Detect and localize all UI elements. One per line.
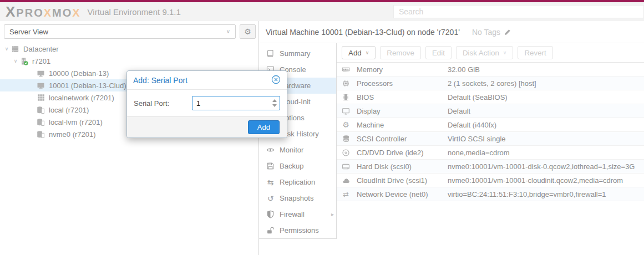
menu-item-backup[interactable]: Backup xyxy=(259,158,336,174)
menu-item-monitor[interactable]: Monitor xyxy=(259,142,336,158)
hardware-view: Add∨RemoveEditDisk Action∨Revert Memory3… xyxy=(337,43,644,255)
tree-item-label: localnetwork (r7201) xyxy=(49,94,114,102)
number-spinner[interactable] xyxy=(270,96,280,110)
hardware-row-value: Default (SeaBIOS) xyxy=(448,93,508,101)
tree-expander-icon[interactable]: ∨ xyxy=(12,58,19,64)
search-container xyxy=(393,5,644,18)
vm-panel: Virtual Machine 10001 (Debian-13-Clud) o… xyxy=(259,21,644,255)
hardware-row-scsi-controller[interactable]: SCSI ControllerVirtIO SCSI single xyxy=(337,132,644,146)
menu-item-permissions[interactable]: Permissions xyxy=(259,222,336,238)
disk-action-button: Disk Action∨ xyxy=(456,46,514,59)
resource-tree-panel: Server View ∨ ⚙ ∨Datacenter∨r720110000 (… xyxy=(0,21,259,255)
hardware-row-bios[interactable]: BIOSDefault (SeaBIOS) xyxy=(337,90,644,104)
storage-icon xyxy=(36,130,45,139)
tree-item-label: 10001 (Debian-13-Clud) xyxy=(49,81,126,90)
tree-settings-button[interactable]: ⚙ xyxy=(240,24,256,39)
serial-port-field xyxy=(192,96,280,110)
app-header: X PROXMOX Virtual Environment 9.1.1 xyxy=(0,2,644,21)
proxmox-logo: X PROXMOX xyxy=(6,3,81,21)
add-button[interactable]: Add∨ xyxy=(342,46,376,59)
hardware-row-memory[interactable]: Memory32.00 GiB xyxy=(337,63,644,76)
tree-item-label: r7201 xyxy=(32,57,50,65)
hardware-row-processors[interactable]: Processors2 (1 sockets, 2 cores) [host] xyxy=(337,76,644,90)
tree-expander-icon[interactable]: ∨ xyxy=(3,46,11,52)
hardware-row-label: Hard Disk (scsi0) xyxy=(357,162,448,171)
spinner-up-icon[interactable] xyxy=(272,99,277,102)
revert-button: Revert xyxy=(518,46,552,59)
menu-item-label: Replication xyxy=(280,178,315,186)
chevron-down-icon: ∨ xyxy=(503,50,507,55)
network-icon xyxy=(36,93,45,102)
search-input[interactable] xyxy=(393,5,644,18)
tree-item-label: Datacenter xyxy=(23,45,59,53)
menu-item-firewall[interactable]: Firewall▸ xyxy=(259,206,336,222)
hardware-row-label: Memory xyxy=(357,65,448,74)
hardware-row-value: nvme0:10001/vm-10001-cloudinit.qcow2,med… xyxy=(448,176,623,185)
menu-item-replication[interactable]: ⇆Replication xyxy=(259,174,336,190)
menu-item-label: Snapshots xyxy=(280,194,313,202)
hardware-row-label: Machine xyxy=(357,121,448,129)
hardware-row-display[interactable]: DisplayDefault xyxy=(337,104,644,118)
menu-item-label: Backup xyxy=(280,162,303,170)
view-selector[interactable]: Server View ∨ xyxy=(4,24,236,39)
tree-item-label: local-lvm (r7201) xyxy=(49,118,103,126)
hardware-table: Memory32.00 GiBProcessors2 (1 sockets, 2… xyxy=(337,63,644,201)
datacenter-icon xyxy=(11,44,20,53)
hardware-row-label: SCSI Controller xyxy=(357,135,448,143)
hardware-row-value: virtio=BC:24:11:51:F3:10,bridge=vmbr0,fi… xyxy=(448,190,606,198)
dialog-add-button[interactable]: Add xyxy=(248,120,280,134)
hardware-row-cd-dvd-drive-ide2[interactable]: CD/DVD Drive (ide2)none,media=cdrom xyxy=(337,146,644,160)
button-label: Revert xyxy=(524,49,546,57)
add-serial-port-dialog: Add: Serial Port Serial Port: Add xyxy=(126,70,287,138)
hardware-row-label: Network Device (net0) xyxy=(357,190,448,198)
hardware-row-hard-disk-scsi0[interactable]: Hard Disk (scsi0)nvme0:10001/vm-10001-di… xyxy=(337,160,644,174)
no-tags-label: No Tags xyxy=(472,28,500,37)
button-label: Add xyxy=(348,49,362,57)
vm-title: Virtual Machine 10001 (Debian-13-Clud) o… xyxy=(266,28,460,37)
hardware-row-label: CD/DVD Drive (ide2) xyxy=(357,149,448,157)
summary-icon xyxy=(266,49,275,58)
button-label: Remove xyxy=(387,49,414,57)
cloudinit-drive-icon xyxy=(341,176,351,185)
submenu-arrow-icon: ▸ xyxy=(331,211,334,217)
close-icon xyxy=(271,75,281,86)
serial-port-input[interactable] xyxy=(192,96,280,110)
tree-item-datacenter[interactable]: ∨Datacenter xyxy=(0,43,258,55)
edit-button: Edit xyxy=(425,46,452,59)
menu-item-snapshots[interactable]: ↺Snapshots xyxy=(259,190,336,206)
hardware-row-value: Default (i440fx) xyxy=(448,121,496,129)
hardware-row-machine[interactable]: ⚙MachineDefault (i440fx) xyxy=(337,118,644,132)
hardware-row-cloudinit-drive-scsi1[interactable]: CloudInit Drive (scsi1)nvme0:10001/vm-10… xyxy=(337,174,644,187)
hardware-row-network-device-net0[interactable]: ⇄Network Device (net0)virtio=BC:24:11:51… xyxy=(337,187,644,201)
storage-icon xyxy=(36,105,45,114)
display-icon xyxy=(341,106,351,115)
remove-button: Remove xyxy=(380,46,421,59)
hardware-row-value: none,media=cdrom xyxy=(448,149,510,157)
menu-item-label: Permissions xyxy=(280,226,319,234)
scsi-controller-icon xyxy=(341,134,351,143)
hardware-row-label: BIOS xyxy=(357,93,448,101)
gear-icon: ⚙ xyxy=(244,28,251,35)
tree-item-label: 10000 (Debian-13) xyxy=(49,69,109,78)
button-label: Edit xyxy=(432,49,445,57)
spinner-down-icon[interactable] xyxy=(272,104,277,107)
backup-icon xyxy=(266,162,275,171)
node-icon xyxy=(19,57,29,65)
replication-icon: ⇆ xyxy=(266,178,275,187)
bios-icon xyxy=(341,93,351,101)
hardware-row-value: 32.00 GiB xyxy=(448,65,480,74)
dialog-close-button[interactable] xyxy=(271,75,281,86)
serial-port-field-label: Serial Port: xyxy=(134,99,192,108)
hardware-row-value: nvme0:10001/vm-10001-disk-0.qcow2,iothre… xyxy=(448,162,635,171)
dialog-title: Add: Serial Port xyxy=(133,76,187,85)
version-label: Virtual Environment 9.1.1 xyxy=(88,7,181,17)
hardware-row-value: Default xyxy=(448,107,470,115)
pencil-icon xyxy=(503,28,513,37)
view-selector-label: Server View xyxy=(9,28,48,36)
tags-editor[interactable]: No Tags xyxy=(472,28,513,37)
menu-item-summary[interactable]: Summary xyxy=(259,45,336,62)
hardware-row-label: Display xyxy=(357,107,448,115)
hardware-toolbar: Add∨RemoveEditDisk Action∨Revert xyxy=(337,43,644,63)
tree-item-r7201[interactable]: ∨r7201 xyxy=(0,55,258,67)
hardware-row-label: Processors xyxy=(357,79,448,88)
